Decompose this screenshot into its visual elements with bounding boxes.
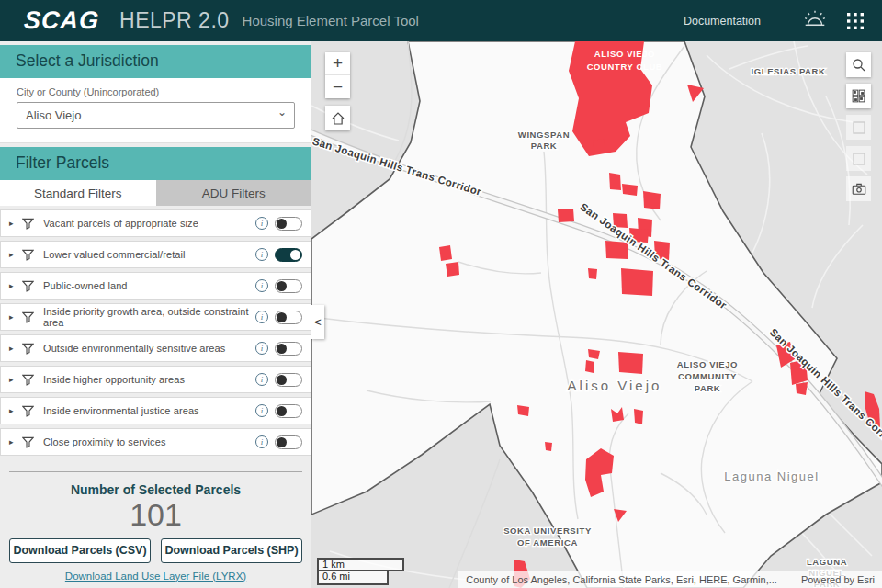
- sidebar-collapse-button[interactable]: <: [311, 305, 324, 339]
- results-divider: [9, 471, 302, 472]
- filter-row: ▸Vacant parcels of appropriate sizei: [0, 209, 311, 237]
- download-csv-button[interactable]: Download Parcels (CSV): [9, 538, 151, 563]
- selected-parcel[interactable]: [605, 241, 628, 259]
- info-icon[interactable]: i: [255, 404, 268, 417]
- documentation-link[interactable]: Documentation: [684, 15, 761, 28]
- camera-icon: [851, 181, 867, 198]
- selected-parcel[interactable]: [643, 191, 661, 209]
- selected-parcel[interactable]: [622, 184, 638, 196]
- filter-toggle[interactable]: [275, 435, 302, 449]
- filter-toggle[interactable]: [275, 404, 302, 418]
- expand-caret-icon[interactable]: ▸: [9, 281, 18, 290]
- map-label: COMMUNITY: [678, 371, 737, 381]
- filter-toggle[interactable]: [275, 217, 302, 231]
- selected-parcel[interactable]: [621, 268, 653, 296]
- zoom-out-button[interactable]: −: [325, 75, 350, 98]
- filter-row: ▸Inside priority growth area, outside co…: [0, 303, 311, 331]
- filter-funnel-icon: [22, 280, 34, 292]
- home-button[interactable]: [325, 106, 350, 130]
- filter-section-title: Filter Parcels: [0, 147, 311, 180]
- expand-caret-icon[interactable]: ▸: [9, 406, 18, 415]
- extent-tool-button[interactable]: [846, 146, 871, 171]
- selected-parcel[interactable]: [796, 382, 808, 395]
- map-canvas[interactable]: ALISO VIEJOCOUNTRY CLUBIGLESIAS PARKWING…: [311, 41, 882, 588]
- info-icon[interactable]: i: [255, 373, 268, 386]
- search-icon: [851, 57, 867, 74]
- sidebar-panel: Select a Jurisdiction City or County (Un…: [0, 41, 311, 588]
- map-label: PARK: [695, 383, 721, 393]
- info-icon[interactable]: i: [255, 342, 268, 355]
- screenshot-button[interactable]: [846, 176, 871, 201]
- selected-parcel[interactable]: [609, 173, 621, 190]
- filter-toggle[interactable]: [275, 311, 302, 324]
- filter-label: Vacant parcels of appropriate size: [43, 218, 255, 229]
- selected-parcel[interactable]: [634, 409, 643, 424]
- info-icon[interactable]: i: [255, 311, 268, 323]
- layer-tool-button[interactable]: [846, 115, 871, 140]
- selected-parcel[interactable]: [439, 245, 452, 261]
- filter-funnel-icon: [22, 311, 34, 323]
- filter-label: Inside environmental justice areas: [43, 405, 255, 416]
- app-header: SCAG HELPR 2.0 Housing Element Parcel To…: [0, 0, 882, 41]
- selected-parcel[interactable]: [618, 352, 643, 374]
- expand-caret-icon[interactable]: ▸: [9, 344, 18, 353]
- app-launcher-grid-icon[interactable]: [842, 7, 869, 35]
- jurisdiction-section-title: Select a Jurisdiction: [0, 45, 311, 78]
- tab-standard-filters[interactable]: Standard Filters: [0, 180, 156, 206]
- notification-bell-icon[interactable]: [801, 7, 829, 35]
- filter-toggle[interactable]: [275, 279, 302, 293]
- map-label: LAGUNA: [807, 557, 847, 567]
- selected-parcel[interactable]: [545, 442, 552, 451]
- scag-logo: SCAG: [23, 6, 100, 35]
- info-icon[interactable]: i: [255, 435, 268, 448]
- filter-row: ▸Inside higher opportunity areasi: [0, 366, 311, 393]
- map-label: SOKA UNIVERSITY: [503, 526, 592, 536]
- download-lyrx-link[interactable]: Download Land Use Layer File (LYRX): [0, 571, 311, 582]
- zoom-in-button[interactable]: +: [325, 52, 350, 75]
- map-label: IGLESIAS PARK: [752, 66, 826, 76]
- home-icon: [330, 110, 346, 127]
- filter-row: ▸Close proximity to servicesi: [0, 428, 311, 456]
- selected-parcel[interactable]: [588, 268, 597, 279]
- square-icon: [852, 120, 866, 135]
- jurisdiction-field-label: City or County (Unincorporated): [17, 86, 295, 97]
- jurisdiction-select[interactable]: Aliso Viejo: [17, 102, 295, 129]
- download-shp-button[interactable]: Download Parcels (SHP): [161, 538, 302, 563]
- filter-tabs: Standard Filters ADU Filters: [0, 180, 311, 206]
- expand-caret-icon[interactable]: ▸: [9, 250, 18, 259]
- info-icon[interactable]: i: [255, 217, 268, 230]
- search-button[interactable]: [846, 52, 871, 77]
- basemap-gallery-button[interactable]: [846, 84, 871, 108]
- filter-funnel-icon: [22, 249, 34, 261]
- filter-label: Outside environmentally sensitive areas: [43, 343, 255, 354]
- filter-row: ▸Public-owned landi: [0, 272, 311, 300]
- info-icon[interactable]: i: [255, 248, 268, 261]
- filter-row: ▸Inside environmental justice areasi: [0, 397, 311, 424]
- selected-parcel[interactable]: [593, 139, 605, 153]
- tab-adu-filters[interactable]: ADU Filters: [156, 180, 312, 206]
- selected-parcel[interactable]: [446, 262, 459, 277]
- selected-parcel[interactable]: [585, 360, 594, 373]
- filter-toggle[interactable]: [275, 342, 302, 356]
- map-label: ALISO VIEJO: [594, 49, 655, 59]
- selected-parcel[interactable]: [558, 209, 574, 222]
- map-label: ALISO VIEJO: [677, 359, 738, 369]
- filter-label: Lower valued commercial/retail: [43, 249, 255, 260]
- filter-label: Close proximity to services: [43, 436, 255, 447]
- filter-toggle[interactable]: [275, 373, 302, 387]
- expand-caret-icon[interactable]: ▸: [9, 437, 18, 447]
- scale-mi: 0.6 mi: [317, 571, 389, 585]
- map-label: PARK: [531, 141, 558, 151]
- expand-caret-icon[interactable]: ▸: [9, 375, 18, 384]
- expand-caret-icon[interactable]: ▸: [9, 312, 18, 322]
- filter-label: Inside priority growth area, outside con…: [43, 306, 255, 328]
- filter-toggle[interactable]: [275, 248, 302, 262]
- info-icon[interactable]: i: [255, 279, 268, 292]
- filter-label: Inside higher opportunity areas: [43, 374, 255, 385]
- map-label: WINGSPAN: [518, 130, 570, 140]
- square-icon: [852, 152, 866, 166]
- filter-funnel-icon: [22, 218, 34, 230]
- expand-caret-icon[interactable]: ▸: [9, 219, 18, 228]
- map-label: Laguna Niguel: [724, 469, 819, 483]
- filter-funnel-icon: [22, 374, 34, 386]
